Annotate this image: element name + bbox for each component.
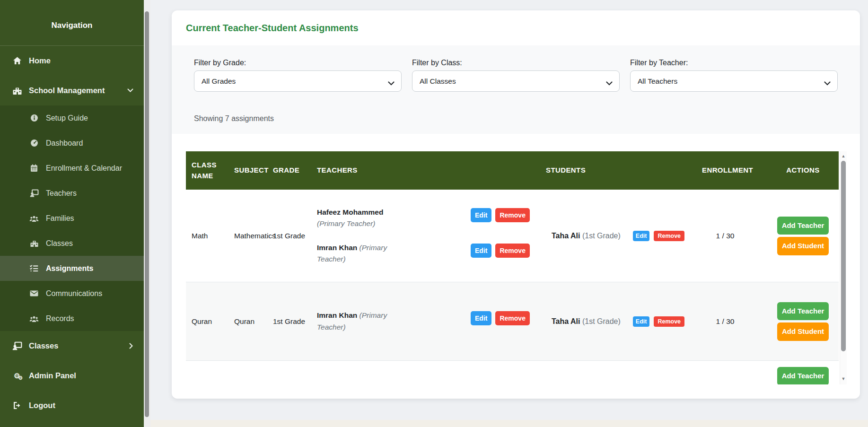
- sidebar-item-logout[interactable]: Logout: [0, 391, 144, 420]
- remove-student-button[interactable]: Remove: [654, 316, 684, 327]
- sidebar-item-classes-top[interactable]: Classes: [0, 331, 144, 361]
- remove-teacher-button[interactable]: Remove: [495, 208, 529, 222]
- grade-select[interactable]: All Grades: [194, 70, 402, 92]
- chevron-down-icon: [606, 79, 613, 87]
- filter-group-class: Filter by Class: All Classes: [412, 59, 620, 92]
- sidebar-item-communications[interactable]: Communications: [0, 281, 144, 306]
- chevron-down-icon: [824, 79, 831, 87]
- sidebar-item-classes[interactable]: Classes: [0, 231, 144, 256]
- sidebar-title: Navigation: [0, 21, 144, 30]
- grade-select-value: All Grades: [202, 77, 236, 86]
- sidebar: Navigation Home School Management: [0, 0, 144, 427]
- sidebar-scrollbar[interactable]: [144, 0, 150, 427]
- teacher-name: Hafeez Mohammed: [317, 208, 383, 216]
- cell-subject: [228, 361, 267, 384]
- class-select[interactable]: All Classes: [412, 70, 620, 92]
- teacher-select[interactable]: All Teachers: [630, 70, 838, 92]
- page-title: Current Teacher-Student Assignments: [186, 23, 359, 34]
- column-header-students: STUDENTS: [540, 165, 696, 176]
- add-teacher-button[interactable]: Add Teacher: [777, 217, 829, 235]
- calendar-icon: [29, 164, 39, 172]
- sidebar-item-label: School Management: [29, 86, 105, 95]
- chevron-down-icon: [388, 79, 395, 87]
- sidebar-item-admin-panel[interactable]: ⚙⚙ Admin Panel: [0, 361, 144, 391]
- assignments-card: Current Teacher-Student Assignments Filt…: [172, 10, 860, 399]
- column-header-grade: GRADE: [267, 165, 311, 176]
- column-header-actions: ACTIONS: [767, 165, 839, 176]
- sidebar-item-label: Communications: [46, 289, 102, 298]
- add-teacher-button[interactable]: Add Teacher: [777, 367, 829, 384]
- results-count: Showing 7 assignments: [194, 114, 860, 123]
- sidebar-item-label: Home: [29, 56, 51, 65]
- sidebar-item-dashboard[interactable]: Dashboard: [0, 131, 144, 156]
- sidebar-item-label: Logout: [29, 401, 55, 410]
- sidebar-item-families[interactable]: Families: [0, 206, 144, 231]
- people-group-icon: [29, 315, 39, 322]
- sidebar-item-setup-guide[interactable]: Setup Guide: [0, 105, 144, 131]
- sidebar-item-label: Setup Guide: [46, 114, 88, 122]
- scroll-down-arrow[interactable]: ▼: [840, 375, 847, 383]
- scroll-up-arrow[interactable]: ▲: [840, 152, 847, 160]
- person-board-icon: [12, 341, 22, 350]
- filter-section: Filter by Grade: All Grades Filter by Cl…: [172, 45, 860, 134]
- cell-grade: 1st Grade: [267, 190, 311, 282]
- teacher-entry: Imran Khan (Primary Teacher) Edit Remove: [317, 310, 535, 332]
- cell-teachers: Hafeez Mohammed (Primary Teacher) Edit R…: [311, 190, 540, 282]
- student-name: Taha Ali: [552, 232, 580, 240]
- sidebar-item-label: Classes: [29, 341, 58, 350]
- remove-student-button[interactable]: Remove: [654, 231, 684, 241]
- sidebar-item-label: Teachers: [46, 189, 77, 198]
- student-entry: Taha Ali (1st Grade) Edit Remove: [552, 316, 684, 327]
- cell-actions: Add Teacher Add Student: [767, 282, 839, 360]
- class-select-value: All Classes: [420, 77, 456, 86]
- sidebar-item-school-management[interactable]: School Management: [0, 76, 144, 105]
- cell-class-name: [186, 361, 228, 384]
- cell-subject: Mathematics: [228, 190, 267, 282]
- filter-grade-label: Filter by Grade:: [194, 59, 402, 67]
- filter-group-teacher: Filter by Teacher: All Teachers: [630, 59, 838, 92]
- add-teacher-button[interactable]: Add Teacher: [777, 302, 829, 321]
- edit-teacher-button[interactable]: Edit: [471, 244, 491, 258]
- sidebar-item-records[interactable]: Records: [0, 306, 144, 331]
- sidebar-item-label: Enrollment & Calendar: [46, 164, 122, 173]
- filter-group-grade: Filter by Grade: All Grades: [194, 59, 402, 92]
- cell-students: Taha Ali (1st Grade) Edit Remove: [540, 190, 696, 282]
- sidebar-item-teachers[interactable]: Teachers: [0, 181, 144, 206]
- school-icon: [29, 240, 39, 247]
- school-icon: [12, 87, 22, 95]
- column-header-enrollment: ENROLLMENT: [696, 165, 767, 176]
- sidebar-item-enrollment-calendar[interactable]: Enrollment & Calendar: [0, 156, 144, 181]
- school-management-submenu: Setup Guide Dashboard Enrollment & Calen…: [0, 105, 144, 331]
- logout-icon: [12, 401, 22, 410]
- edit-student-button[interactable]: Edit: [633, 231, 650, 241]
- table-scrollbar-thumb[interactable]: [841, 161, 846, 351]
- column-header-teachers: TEACHERS: [311, 165, 540, 176]
- teacher-role: (Primary Teacher): [317, 219, 375, 227]
- table-row: Math Mathematics 1st Grade Hafeez Mohamm…: [186, 190, 839, 282]
- edit-teacher-button[interactable]: Edit: [471, 311, 491, 325]
- add-student-button[interactable]: Add Student: [777, 237, 829, 255]
- sidebar-item-assignments[interactable]: Assignments: [0, 256, 144, 281]
- sidebar-item-label: Dashboard: [46, 139, 83, 148]
- remove-teacher-button[interactable]: Remove: [495, 244, 529, 258]
- sidebar-item-label: Families: [46, 214, 74, 223]
- edit-student-button[interactable]: Edit: [633, 316, 650, 327]
- speedometer-icon: [29, 139, 39, 147]
- cell-students: Taha Ali (1st Grade) Edit Remove: [540, 282, 696, 360]
- add-student-button[interactable]: Add Student: [777, 322, 829, 341]
- checklist-icon: [29, 265, 39, 272]
- cell-teachers: [311, 361, 540, 384]
- cell-class-name: Math: [186, 190, 228, 282]
- teacher-entry: Hafeez Mohammed (Primary Teacher) Edit R…: [317, 207, 535, 229]
- table-scrollbar[interactable]: ▲ ▼: [840, 151, 847, 384]
- cell-enrollment: 1 / 30: [696, 282, 767, 360]
- remove-teacher-button[interactable]: Remove: [495, 311, 529, 325]
- home-icon: [12, 57, 22, 65]
- filter-class-label: Filter by Class:: [412, 59, 620, 67]
- person-board-icon: [29, 189, 39, 197]
- sidebar-item-home[interactable]: Home: [0, 46, 144, 76]
- edit-teacher-button[interactable]: Edit: [471, 208, 491, 222]
- cell-teachers: Imran Khan (Primary Teacher) Edit Remove: [311, 282, 540, 360]
- cell-subject: Quran: [228, 282, 267, 360]
- sidebar-scrollbar-thumb[interactable]: [145, 11, 149, 417]
